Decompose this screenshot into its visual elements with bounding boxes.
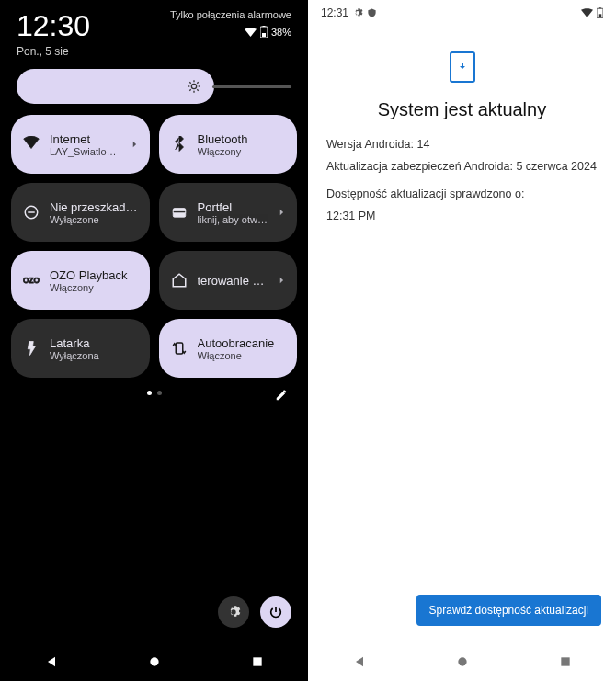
tile-label: Bluetooth bbox=[198, 132, 287, 146]
ozo-icon: OZO bbox=[22, 272, 40, 289]
nav-bar bbox=[0, 642, 308, 681]
home-icon[interactable] bbox=[455, 654, 470, 669]
svg-rect-2 bbox=[262, 26, 265, 27]
wifi-icon bbox=[581, 8, 593, 17]
wallet-icon bbox=[170, 204, 188, 221]
page-title: System jest aktualny bbox=[378, 99, 546, 120]
qs-tile-wallet[interactable]: Portfelliknij, aby otworz bbox=[159, 183, 298, 242]
page-indicator bbox=[0, 391, 308, 395]
tile-label: Latarka bbox=[50, 336, 139, 350]
svg-point-3 bbox=[191, 84, 196, 88]
brightness-slider[interactable] bbox=[0, 62, 308, 115]
phone-download-icon bbox=[450, 51, 475, 83]
system-update-screen: 12:31 System jest aktualny Wersja Androi… bbox=[308, 0, 616, 681]
power-icon bbox=[268, 605, 283, 619]
android-version: Wersja Androida: 14 bbox=[326, 135, 598, 153]
svg-line-8 bbox=[189, 82, 190, 83]
svg-rect-19 bbox=[253, 657, 261, 665]
back-icon[interactable] bbox=[44, 654, 59, 669]
battery-icon bbox=[260, 26, 268, 38]
gear-icon bbox=[352, 7, 363, 18]
rotate-icon bbox=[170, 340, 188, 357]
security-patch: Aktualizacja zabezpieczeń Androida: 5 cz… bbox=[326, 157, 598, 176]
qs-tile-ozo[interactable]: OZOOZO PlaybackWłączony bbox=[11, 251, 150, 310]
svg-line-10 bbox=[189, 89, 190, 90]
tile-label: OZO Playback bbox=[50, 268, 139, 282]
tile-label: Nie przeszkadzać bbox=[50, 200, 139, 214]
svg-rect-21 bbox=[599, 14, 602, 17]
shield-icon bbox=[367, 7, 377, 18]
date: Pon., 5 sie bbox=[17, 45, 90, 58]
flash-icon bbox=[22, 340, 40, 357]
qs-tile-home[interactable]: terowanie urząd bbox=[159, 251, 298, 310]
clock: 12:30 bbox=[17, 9, 90, 43]
checked-label: Dostępność aktualizacji sprawdzono o: bbox=[326, 185, 598, 203]
tile-sublabel: Wyłączona bbox=[50, 350, 139, 361]
battery-icon bbox=[597, 7, 603, 18]
settings-button[interactable] bbox=[218, 596, 249, 628]
chevron-right-icon bbox=[277, 206, 286, 219]
emergency-calls-text: Tylko połączenia alarmowe bbox=[170, 9, 291, 20]
qs-tile-rotate[interactable]: AutoobracanieWłączone bbox=[159, 319, 298, 378]
checked-time: 12:31 PM bbox=[326, 207, 598, 225]
svg-rect-24 bbox=[561, 657, 569, 665]
svg-line-9 bbox=[197, 89, 198, 90]
tile-label: Autoobracanie bbox=[198, 336, 287, 350]
gear-icon bbox=[226, 605, 241, 619]
wifi-icon bbox=[22, 136, 40, 153]
wifi-icon bbox=[245, 28, 257, 37]
status-bar: 12:31 bbox=[308, 0, 616, 26]
svg-rect-1 bbox=[262, 33, 266, 37]
tile-sublabel: Włączony bbox=[198, 146, 287, 157]
nav-bar bbox=[308, 642, 616, 681]
qs-tile-dnd[interactable]: Nie przeszkadzaćWyłączone bbox=[11, 183, 150, 242]
bluetooth-icon bbox=[170, 136, 188, 153]
qs-tile-wifi[interactable]: InternetLAY_Swiatlowod bbox=[11, 115, 150, 174]
tile-sublabel: Włączony bbox=[50, 282, 139, 293]
tile-sublabel: Wyłączone bbox=[50, 214, 139, 225]
tile-label: Internet bbox=[50, 132, 120, 146]
tile-label: terowanie urząd bbox=[198, 274, 268, 288]
svg-rect-22 bbox=[599, 7, 601, 8]
tile-sublabel: LAY_Swiatlowod bbox=[50, 146, 120, 157]
svg-line-11 bbox=[197, 82, 198, 83]
dnd-icon bbox=[22, 204, 40, 221]
back-icon[interactable] bbox=[352, 654, 367, 669]
quick-settings-panel: 12:30 Pon., 5 sie Tylko połączenia alarm… bbox=[0, 0, 308, 681]
svg-text:OZO: OZO bbox=[23, 277, 40, 285]
battery-percent: 38% bbox=[271, 27, 291, 38]
tile-label: Portfel bbox=[198, 200, 268, 214]
power-button[interactable] bbox=[260, 596, 291, 628]
svg-rect-15 bbox=[173, 211, 186, 213]
home-icon bbox=[170, 272, 188, 289]
status-header: 12:30 Pon., 5 sie Tylko połączenia alarm… bbox=[0, 0, 308, 62]
system-info: Wersja Androida: 14 Aktualizacja zabezpi… bbox=[326, 135, 598, 229]
clock: 12:31 bbox=[321, 6, 348, 19]
tile-sublabel: Włączone bbox=[198, 350, 287, 361]
tile-sublabel: liknij, aby otworz bbox=[198, 214, 268, 225]
svg-point-18 bbox=[151, 657, 159, 665]
recent-icon[interactable] bbox=[251, 655, 264, 668]
recent-icon[interactable] bbox=[559, 655, 572, 668]
chevron-right-icon bbox=[277, 274, 286, 287]
home-icon[interactable] bbox=[147, 654, 162, 669]
qs-tile-bluetooth[interactable]: BluetoothWłączony bbox=[159, 115, 298, 174]
svg-rect-17 bbox=[176, 343, 183, 354]
edit-icon[interactable] bbox=[275, 389, 288, 402]
check-update-button[interactable]: Sprawdź dostępność aktualizacji bbox=[416, 595, 601, 626]
qs-tile-flash[interactable]: LatarkaWyłączona bbox=[11, 319, 150, 378]
brightness-icon bbox=[187, 79, 201, 94]
battery-indicator: 38% bbox=[245, 26, 291, 38]
svg-point-23 bbox=[459, 657, 467, 665]
chevron-right-icon bbox=[130, 138, 139, 151]
